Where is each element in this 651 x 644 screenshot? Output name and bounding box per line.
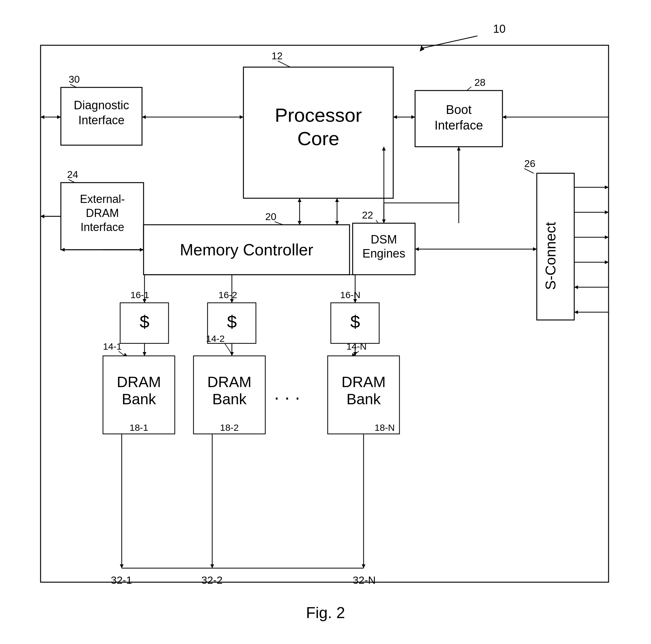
dram-bank2-label2: Bank — [212, 391, 247, 407]
ref-28-label: 28 — [474, 77, 486, 88]
ref-14-1: 14-1 — [103, 341, 122, 351]
dsm-engines-label: DSM — [371, 233, 397, 246]
diagram-container: 10 12 Processor Core 28 Boot Interface 3… — [0, 0, 651, 644]
ref-32-1: 32-1 — [111, 574, 132, 586]
ref-16-2: 16-2 — [218, 290, 237, 300]
ref-20-label: 20 — [265, 211, 277, 222]
ref-14-N: 14-N — [346, 341, 367, 351]
cacheN-label: $ — [350, 312, 360, 332]
dsm-engines-label2: Engines — [362, 247, 405, 260]
diagnostic-interface-label2: Interface — [78, 114, 125, 127]
ref-18-2: 18-2 — [220, 422, 239, 433]
dram-bankN-label2: Bank — [346, 391, 381, 407]
boot-interface-label2: Interface — [434, 118, 483, 132]
ref-26-label: 26 — [524, 158, 535, 169]
ref-16-N: 16-N — [340, 290, 361, 300]
dram-bank1-label: DRAM — [117, 374, 161, 390]
memory-controller-label: Memory Controller — [180, 241, 313, 259]
ref-32-N: 32-N — [353, 574, 376, 586]
dram-bank2-label: DRAM — [207, 374, 251, 390]
diagnostic-interface-label: Diagnostic — [74, 99, 129, 112]
ext-dram-label2: DRAM — [86, 207, 119, 219]
figure-label: Fig. 2 — [306, 604, 345, 621]
ref-10: 10 — [493, 23, 505, 35]
ext-dram-label: External- — [80, 193, 125, 206]
ref-32-2: 32-2 — [201, 574, 222, 586]
processor-core-label2: Core — [298, 128, 339, 149]
ext-dram-label3: Interface — [81, 221, 124, 234]
s-connect-label: S-Connect — [542, 222, 559, 290]
ref-24-label: 24 — [67, 169, 78, 180]
ref-16-1: 16-1 — [130, 290, 149, 300]
ref-22-label: 22 — [362, 210, 373, 221]
ellipsis: . . . — [274, 383, 300, 404]
ref-30-label: 30 — [69, 74, 80, 85]
cache1-label: $ — [140, 312, 149, 332]
ref-14-2: 14-2 — [206, 333, 225, 344]
cache2-label: $ — [227, 312, 237, 332]
ref-12-label: 12 — [272, 50, 283, 61]
processor-core-label: Processor — [275, 104, 362, 126]
ref-18-1: 18-1 — [129, 422, 148, 433]
boot-interface-label: Boot — [446, 103, 471, 117]
dram-bank1-label2: Bank — [122, 391, 156, 407]
dram-bankN-label: DRAM — [341, 374, 385, 390]
ref-18-N: 18-N — [374, 422, 395, 433]
